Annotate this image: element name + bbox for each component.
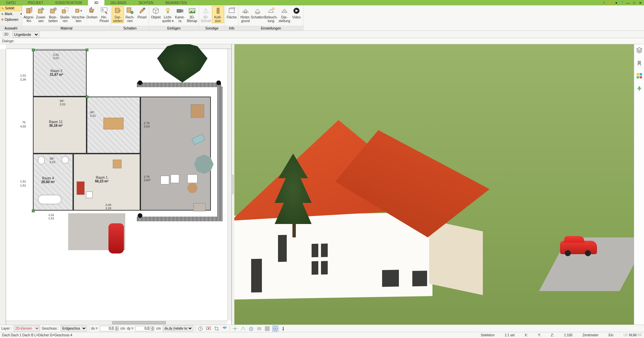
house-wall[interactable] (234, 212, 432, 299)
chair[interactable] (160, 176, 169, 184)
hin-pinsel-button[interactable]: Hin. Pinsel (98, 6, 110, 23)
screen-icon[interactable] (205, 326, 212, 332)
dropdown-icon[interactable]: ▾ (614, 0, 618, 5)
darstellen-button[interactable]: Dar- stellen (112, 6, 124, 23)
3d-bitmap-button[interactable]: 3D- Bitmap (186, 6, 198, 23)
info-icon[interactable] (280, 326, 286, 332)
mark-button[interactable]: ⬉Mark.▾ (0, 11, 22, 17)
darstellung-button[interactable]: Dar- stellung (278, 6, 290, 23)
menu-tab-gelaende[interactable]: GELÄNDE (104, 0, 133, 5)
dy-input[interactable] (135, 326, 149, 331)
drehen-button[interactable]: Drehen (86, 6, 98, 19)
spin-down[interactable]: ▾ (151, 329, 154, 331)
coord-mode-select[interactable]: dx,dy (relativ ka (163, 326, 193, 331)
svg-rect-21 (229, 9, 234, 13)
umbrella-icon[interactable] (194, 155, 214, 174)
help-icon[interactable]: ? (620, 0, 625, 5)
scrollbar-horizontal[interactable] (6, 321, 227, 325)
selection-handle[interactable] (86, 49, 88, 51)
skalieren-button[interactable]: Skalie- ren (59, 6, 71, 23)
rechnen-button[interactable]: Rech- nen (124, 6, 136, 23)
compass-icon[interactable]: N (272, 326, 278, 332)
verschieben-button[interactable]: Verschie- ben (71, 6, 86, 23)
sink[interactable] (61, 156, 69, 164)
snap-edge-icon[interactable] (240, 326, 246, 332)
svg-rect-27 (638, 63, 641, 64)
kollision-button[interactable]: Kolli- sion (212, 6, 224, 23)
spin-down[interactable]: ▾ (115, 329, 119, 331)
menu-tab-bearbeiten[interactable]: BEARBEITEN (159, 0, 193, 5)
pinsel-button[interactable]: Pinsel (136, 6, 148, 19)
selection-handle[interactable] (32, 49, 35, 51)
toilet[interactable] (38, 156, 45, 164)
video-button[interactable]: Video (290, 6, 303, 19)
grid-lines-icon[interactable] (256, 326, 262, 332)
table-furniture[interactable] (103, 118, 124, 129)
layer-select[interactable]: 2D-Elemen (14, 326, 40, 331)
chair[interactable] (171, 174, 179, 183)
3d-schnitt-button[interactable]: 3D- Schnitt (200, 6, 212, 23)
car-2d[interactable] (108, 223, 124, 253)
minimize-icon[interactable]: — (626, 0, 631, 5)
dx-label: dx = (91, 327, 98, 330)
square-icon[interactable]: ▦ (608, 0, 612, 5)
menu-tab-konstruktion[interactable]: KONSTRUKTION (49, 0, 88, 5)
kamera-button[interactable]: Kame- ra (174, 6, 186, 23)
spin-up[interactable]: ▴ (115, 326, 119, 329)
scrollbar-thumb[interactable] (112, 321, 166, 324)
car-3d[interactable] (560, 241, 597, 254)
bearbeiten-button[interactable]: Bear- beiten (47, 6, 59, 23)
selection-handle[interactable] (32, 210, 35, 212)
pencil-icon[interactable]: ✎ (602, 0, 606, 5)
view-3d[interactable] (234, 44, 634, 325)
chair-icon[interactable] (636, 60, 643, 66)
status-bar: Dach Dach 1 Dach B L=Dächer G=Geschoss 4… (0, 332, 644, 338)
hintergrund-button[interactable]: Hinter- grund (239, 6, 251, 23)
room-label: Raum 426,60 m² (41, 176, 55, 184)
dx-input[interactable] (100, 326, 114, 331)
coffee-table[interactable] (86, 191, 93, 198)
lichtquelle-button[interactable]: Licht- quelle ▾ (162, 6, 174, 23)
selection-handle[interactable] (86, 96, 88, 98)
beleuchtung-button[interactable]: Beleuch- tung (264, 6, 278, 23)
crop-icon[interactable] (214, 326, 220, 332)
layers-icon[interactable] (636, 47, 643, 54)
svg-rect-6 (76, 9, 79, 12)
menu-tab-projekt[interactable]: PROJEKT (22, 0, 49, 5)
abgreifen-button[interactable]: Abgrei- fen (23, 6, 35, 23)
desk[interactable] (113, 160, 122, 168)
chair[interactable] (187, 174, 197, 183)
round-table[interactable] (187, 183, 197, 193)
zuweisen-button[interactable]: Zuwei- sen (35, 6, 47, 23)
menu-tab-datei[interactable]: DATEI (0, 0, 22, 5)
optionen-button[interactable]: ✚Optionen (0, 17, 22, 22)
view-2d[interactable]: 1,01 2,26 75 4,50 1,51 1,51 Raum 231,87 … (0, 44, 232, 325)
grid-icon[interactable] (264, 326, 270, 332)
layers-toggle-icon[interactable] (222, 326, 228, 332)
geschoss-select[interactable]: Erdgeschos (61, 326, 87, 331)
sofa[interactable] (77, 181, 85, 195)
scrollbar-vertical[interactable] (227, 49, 231, 321)
outdoor-table[interactable] (191, 104, 204, 118)
clock-icon[interactable] (197, 326, 203, 332)
terrain-select[interactable]: Urgelände (12, 32, 39, 38)
palette-icon[interactable] (636, 72, 643, 79)
flaeche-button[interactable]: Fläche (226, 6, 238, 19)
tree-icon[interactable] (636, 85, 643, 92)
snap-cube-icon[interactable] (248, 326, 254, 332)
menu-tab-3d[interactable]: 3D (88, 0, 104, 5)
maximize-icon[interactable]: □ (632, 0, 637, 5)
bathtub[interactable] (38, 195, 61, 204)
status-selektion: Selektion (481, 333, 495, 337)
snap-point-icon[interactable] (232, 326, 238, 332)
close-icon[interactable]: ✕ (638, 0, 643, 5)
objekt-button[interactable]: Objekt (150, 6, 162, 19)
menu-tab-sichten[interactable]: SICHTEN (133, 0, 159, 5)
plan-canvas[interactable]: 1,01 2,26 75 4,50 1,51 1,51 Raum 231,87 … (6, 49, 231, 325)
bench[interactable] (193, 203, 205, 211)
spin-up[interactable]: ▴ (151, 326, 154, 329)
view-splitter[interactable] (232, 44, 234, 325)
selekt-button[interactable]: ⬉Selekt (0, 5, 22, 11)
house-side-wall[interactable] (429, 220, 483, 295)
schatten-button[interactable]: Schatten (251, 6, 264, 19)
